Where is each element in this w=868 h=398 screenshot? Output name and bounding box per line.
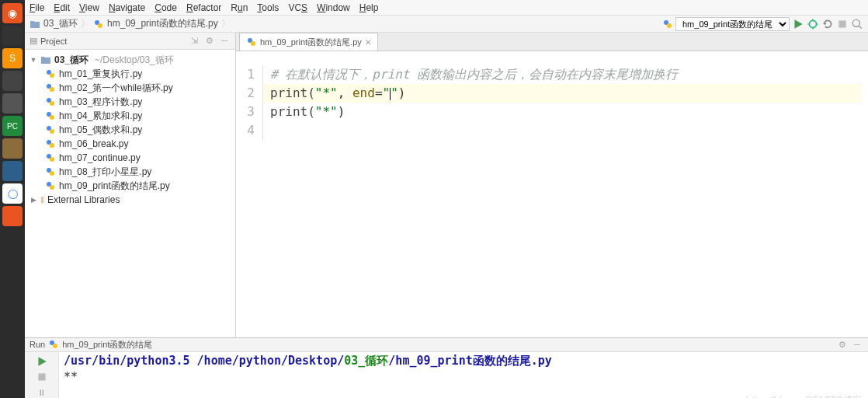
- console-output[interactable]: /usr/bin/python3.5 /home/python/Desktop/…: [59, 352, 868, 399]
- project-panel-title: Project: [40, 37, 67, 46]
- hide-icon[interactable]: ─: [851, 338, 863, 351]
- tree-root[interactable]: ▼ 03_循环 ~/Desktop/03_循环: [25, 53, 235, 67]
- tree-file[interactable]: hm_04_累加求和.py: [25, 109, 235, 123]
- line-gutter: 1 2 3 4: [236, 65, 262, 337]
- tree-file[interactable]: hm_07_continue.py: [25, 151, 235, 165]
- menu-window[interactable]: Window: [317, 2, 350, 13]
- dock-app-chrome[interactable]: ◯: [2, 183, 23, 204]
- editor-area: hm_09_print函数的结尾.py ✕ 1 2 3 4 # 在默认情况下，p…: [236, 33, 868, 337]
- watermark: https://blog.cs@51CTO博客: [746, 394, 862, 399]
- menu-tools[interactable]: Tools: [257, 2, 279, 13]
- python-file-icon: [662, 19, 673, 30]
- menu-edit[interactable]: Edit: [54, 2, 70, 13]
- svg-point-1: [98, 23, 102, 28]
- chevron-down-icon[interactable]: ▼: [30, 56, 37, 64]
- python-file-icon: [45, 138, 56, 149]
- python-file-icon: [45, 166, 56, 177]
- stop-button[interactable]: [836, 18, 849, 30]
- collapse-icon[interactable]: ⇲: [189, 35, 201, 47]
- folder-icon: [30, 19, 40, 30]
- run-config-area: hm_09_print函数的结尾: [662, 17, 863, 31]
- debug-button[interactable]: [807, 18, 819, 30]
- dock-app-2[interactable]: [2, 71, 23, 91]
- python-file-icon: [45, 180, 56, 191]
- library-icon: ⫴: [40, 194, 44, 205]
- python-file-icon: [93, 19, 104, 30]
- dock-app-4[interactable]: [2, 138, 23, 159]
- tree-external-libraries[interactable]: ▶ ⫴ External Libraries: [25, 193, 235, 207]
- menu-help[interactable]: Help: [359, 2, 379, 13]
- gear-icon[interactable]: ⚙: [203, 35, 216, 47]
- menu-navigate[interactable]: Navigate: [109, 2, 145, 13]
- chevron-right-icon: 〉: [221, 17, 231, 30]
- editor-tab[interactable]: hm_09_print函数的结尾.py ✕: [239, 33, 378, 51]
- code-content[interactable]: # 在默认情况下，print 函数输出内容之后，会自动在内容末尾增加换行 pri…: [262, 65, 868, 337]
- tree-root-name: 03_循环: [54, 54, 89, 67]
- folder-icon: [40, 54, 51, 65]
- svg-rect-29: [38, 373, 45, 380]
- python-file-icon: [45, 96, 56, 107]
- svg-point-4: [809, 20, 816, 27]
- menu-refactor[interactable]: Refactor: [186, 2, 221, 13]
- tree-root-path: ~/Desktop/03_循环: [95, 54, 174, 67]
- run-panel: Run hm_09_print函数的结尾 ⚙ ─ ⏸ ↧ /usr/bin/py…: [25, 337, 868, 398]
- rerun-icon[interactable]: [36, 355, 48, 368]
- svg-point-24: [50, 185, 54, 190]
- pause-icon[interactable]: ⏸: [36, 386, 48, 399]
- menu-code[interactable]: Code: [155, 2, 177, 13]
- svg-point-10: [50, 87, 54, 92]
- breadcrumb: 03_循环 〉 hm_09_print函数的结尾.py 〉: [30, 17, 231, 30]
- svg-point-16: [50, 129, 54, 134]
- hide-icon[interactable]: ─: [218, 34, 231, 47]
- run-panel-script: hm_09_print函数的结尾: [62, 339, 152, 351]
- run-config-select[interactable]: hm_09_print函数的结尾: [675, 17, 790, 31]
- breadcrumb-file[interactable]: hm_09_print函数的结尾.py: [107, 17, 218, 30]
- tree-file[interactable]: hm_06_break.py: [25, 137, 235, 151]
- run-panel-header: Run hm_09_print函数的结尾 ⚙ ─: [25, 338, 868, 352]
- search-button[interactable]: [851, 18, 863, 30]
- os-dock: ◉ S PC ◯: [0, 0, 25, 398]
- dock-ubuntu[interactable]: ◉: [2, 3, 23, 23]
- console-stdout: **: [64, 370, 863, 384]
- menu-file[interactable]: File: [30, 2, 44, 13]
- dock-app-3[interactable]: [2, 93, 23, 113]
- python-file-icon: [45, 124, 56, 135]
- breadcrumb-folder[interactable]: 03_循环: [43, 17, 78, 30]
- dock-app-sublime[interactable]: S: [2, 48, 23, 68]
- menu-vcs[interactable]: VCS: [288, 2, 307, 13]
- dock-app-1[interactable]: [2, 26, 23, 46]
- svg-point-22: [50, 171, 54, 176]
- code-editor[interactable]: 1 2 3 4 # 在默认情况下，print 函数输出内容之后，会自动在内容末尾…: [236, 51, 868, 337]
- project-tree: ▼ 03_循环 ~/Desktop/03_循环 hm_01_重复执行.py hm…: [25, 50, 235, 337]
- menu-view[interactable]: View: [79, 2, 99, 13]
- svg-point-20: [50, 157, 54, 162]
- stop-icon[interactable]: [36, 371, 48, 383]
- tree-file[interactable]: hm_02_第一个while循环.py: [25, 81, 235, 95]
- svg-point-28: [53, 344, 57, 348]
- chevron-right-icon[interactable]: ▶: [30, 196, 37, 204]
- tree-file[interactable]: hm_03_程序计数.py: [25, 95, 235, 109]
- tree-file[interactable]: hm_09_print函数的结尾.py: [25, 179, 235, 193]
- dock-app-6[interactable]: [2, 206, 23, 226]
- svg-rect-5: [838, 20, 845, 27]
- python-file-icon: [45, 152, 56, 163]
- svg-point-8: [50, 73, 54, 78]
- run-button[interactable]: [792, 18, 804, 30]
- dock-app-pycharm[interactable]: PC: [2, 116, 23, 136]
- gear-icon[interactable]: ⚙: [836, 339, 849, 351]
- close-icon[interactable]: ✕: [365, 38, 371, 47]
- menu-run[interactable]: Run: [231, 2, 248, 13]
- rerun-button[interactable]: [821, 18, 834, 30]
- tree-file[interactable]: hm_01_重复执行.py: [25, 67, 235, 81]
- svg-point-18: [50, 143, 54, 148]
- toolbar: 03_循环 〉 hm_09_print函数的结尾.py 〉 hm_09_prin…: [25, 16, 868, 33]
- editor-tabs: hm_09_print函数的结尾.py ✕: [236, 33, 868, 51]
- python-file-icon: [45, 110, 56, 121]
- tree-file[interactable]: hm_05_偶数求和.py: [25, 123, 235, 137]
- tree-file[interactable]: hm_08_打印小星星.py: [25, 165, 235, 179]
- svg-point-26: [251, 41, 255, 46]
- dock-app-5[interactable]: [2, 161, 23, 181]
- python-file-icon: [246, 37, 257, 47]
- python-file-icon: [48, 339, 59, 350]
- editor-tab-label: hm_09_print函数的结尾.py: [260, 37, 362, 48]
